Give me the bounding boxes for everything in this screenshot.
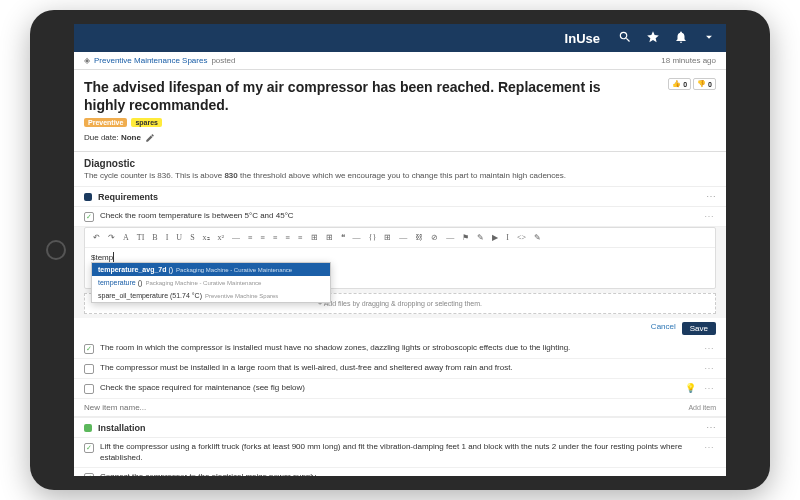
installation-header[interactable]: Installation ⋯: [74, 417, 726, 438]
due-date: Due date: None: [84, 133, 716, 143]
tag-spares[interactable]: spares: [131, 118, 162, 127]
group-dot-icon: [84, 193, 92, 201]
toolbar-button[interactable]: ▶: [488, 231, 502, 244]
more-icon[interactable]: ⋯: [702, 472, 716, 476]
star-icon[interactable]: [646, 30, 660, 47]
diagnostic-heading: Diagnostic: [74, 152, 726, 171]
new-item-row: Add item: [74, 399, 726, 417]
tag-preventive[interactable]: Preventive: [84, 118, 127, 127]
editor-toolbar: ↶↷ATIBIUSx₂x²—≡≡≡≡≡⊞⊞❝—{}⊞—⛓⊘—⚑✎▶I<>✎: [85, 228, 715, 248]
checkbox-icon[interactable]: [84, 384, 94, 394]
toolbar-button[interactable]: ≡: [282, 231, 295, 244]
toolbar-button[interactable]: —: [442, 231, 458, 244]
toolbar-button[interactable]: ⊞: [307, 231, 322, 244]
more-icon[interactable]: ⋯: [706, 191, 716, 202]
reactions: 👍 0 👎 0: [668, 78, 716, 90]
screen: InUse ◈ Preventive Maintenance Spares po…: [74, 24, 726, 476]
search-icon[interactable]: [618, 30, 632, 47]
autocomplete-option[interactable]: spare_oil_temperature (51.74 °C)Preventi…: [92, 289, 330, 302]
toolbar-button[interactable]: S: [186, 231, 198, 244]
editor-body[interactable]: $temp temperature_avg_7d ()Packaging Mac…: [85, 248, 715, 288]
brand-name: InUse: [565, 31, 600, 46]
checkbox-checked-icon[interactable]: ✓: [84, 344, 94, 354]
new-item-input[interactable]: [84, 403, 682, 412]
breadcrumb-status: posted: [211, 56, 235, 65]
toolbar-button[interactable]: ≡: [269, 231, 282, 244]
toolbar-button[interactable]: I: [162, 231, 173, 244]
more-icon[interactable]: ⋯: [702, 343, 716, 354]
category-icon: ◈: [84, 56, 90, 65]
save-button[interactable]: Save: [682, 322, 716, 335]
timestamp: 18 minutes ago: [661, 56, 716, 65]
main-content: ◈ Preventive Maintenance Spares posted 1…: [74, 52, 726, 476]
requirements-label: Requirements: [98, 192, 158, 202]
more-icon[interactable]: ⋯: [702, 363, 716, 374]
autocomplete-option[interactable]: temperature_avg_7d ()Packaging Machine -…: [92, 263, 330, 276]
diagnostic-text: The cycle counter is 836. This is above …: [74, 171, 726, 186]
checkbox-checked-icon[interactable]: ✓: [84, 212, 94, 222]
breadcrumb: ◈ Preventive Maintenance Spares posted 1…: [74, 52, 726, 70]
toolbar-button[interactable]: <>: [513, 231, 530, 244]
editor-text: $temp: [91, 253, 113, 262]
more-icon[interactable]: ⋯: [706, 422, 716, 433]
autocomplete-option[interactable]: temperature ()Packaging Machine - Curati…: [92, 276, 330, 289]
post-title: The advised lifespan of my air compresso…: [84, 78, 716, 114]
rich-text-editor: ↶↷ATIBIUSx₂x²—≡≡≡≡≡⊞⊞❝—{}⊞—⛓⊘—⚑✎▶I<>✎ $t…: [84, 227, 716, 289]
requirements-header[interactable]: Requirements ⋯: [74, 186, 726, 207]
toolbar-button[interactable]: ⛓: [411, 231, 427, 244]
toolbar-button[interactable]: TI: [133, 231, 149, 244]
toolbar-button[interactable]: ≡: [257, 231, 270, 244]
tags: Preventive spares: [84, 118, 716, 127]
editor-actions: Cancel Save: [74, 318, 726, 339]
installation-label: Installation: [98, 423, 146, 433]
toolbar-button[interactable]: ✎: [473, 231, 488, 244]
toolbar-button[interactable]: ⊘: [427, 231, 442, 244]
toolbar-button[interactable]: A: [119, 231, 133, 244]
checklist-item[interactable]: The compressor must be installed in a la…: [74, 359, 726, 379]
thumbs-up-icon[interactable]: 👍 0: [668, 78, 691, 90]
post-header: 👍 0 👎 0 The advised lifespan of my air c…: [74, 70, 726, 152]
breadcrumb-category[interactable]: Preventive Maintenance Spares: [94, 56, 207, 65]
checklist-item[interactable]: ✓ Connect the compressor to the electric…: [74, 468, 726, 476]
cancel-button[interactable]: Cancel: [651, 322, 676, 335]
checklist-item[interactable]: ✓ The room in which the compressor is in…: [74, 339, 726, 359]
toolbar-button[interactable]: —: [349, 231, 365, 244]
checklist-item[interactable]: Check the space required for maintenance…: [74, 379, 726, 399]
more-icon[interactable]: ⋯: [702, 383, 716, 394]
toolbar-button[interactable]: x²: [214, 231, 228, 244]
toolbar-button[interactable]: ❝: [337, 231, 349, 244]
toolbar-button[interactable]: x₂: [199, 231, 214, 244]
checklist-item[interactable]: ✓ Check the room temperature is between …: [74, 207, 726, 227]
top-nav: InUse: [74, 24, 726, 52]
toolbar-button[interactable]: ⊞: [380, 231, 395, 244]
toolbar-button[interactable]: ✎: [530, 231, 545, 244]
toolbar-button[interactable]: I: [502, 231, 513, 244]
checkbox-checked-icon[interactable]: ✓: [84, 443, 94, 453]
edit-due-icon[interactable]: [145, 133, 155, 143]
toolbar-button[interactable]: ⊞: [322, 231, 337, 244]
checklist-item[interactable]: ✓ Lift the compressor using a forklift t…: [74, 438, 726, 468]
more-icon[interactable]: ⋯: [702, 211, 716, 222]
autocomplete-dropdown: temperature_avg_7d ()Packaging Machine -…: [91, 262, 331, 303]
user-menu-icon[interactable]: [702, 30, 716, 47]
toolbar-button[interactable]: ⚑: [458, 231, 473, 244]
group-dot-icon: [84, 424, 92, 432]
tablet-frame: InUse ◈ Preventive Maintenance Spares po…: [30, 10, 770, 490]
hint-icon[interactable]: 💡: [685, 383, 696, 393]
checkbox-icon[interactable]: [84, 364, 94, 374]
toolbar-button[interactable]: B: [148, 231, 161, 244]
toolbar-button[interactable]: ≡: [294, 231, 307, 244]
toolbar-button[interactable]: —: [395, 231, 411, 244]
toolbar-button[interactable]: ↶: [89, 231, 104, 244]
toolbar-button[interactable]: ↷: [104, 231, 119, 244]
toolbar-button[interactable]: {}: [365, 231, 381, 244]
checkbox-checked-icon[interactable]: ✓: [84, 473, 94, 476]
toolbar-button[interactable]: ≡: [244, 231, 257, 244]
toolbar-button[interactable]: —: [228, 231, 244, 244]
toolbar-button[interactable]: U: [172, 231, 186, 244]
add-item-button[interactable]: Add item: [688, 404, 716, 411]
bell-icon[interactable]: [674, 30, 688, 47]
thumbs-down-icon[interactable]: 👎 0: [693, 78, 716, 90]
more-icon[interactable]: ⋯: [702, 442, 716, 453]
home-button[interactable]: [46, 240, 66, 260]
